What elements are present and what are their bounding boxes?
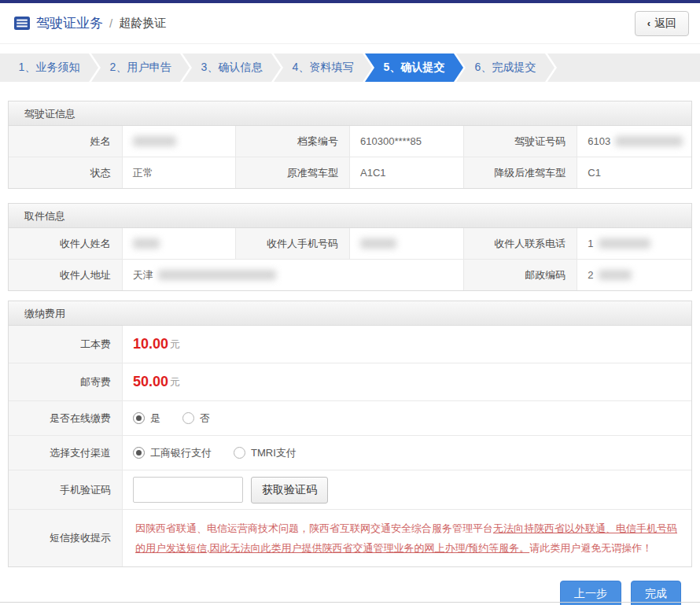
- step-3-confirm-info[interactable]: 3、确认信息: [182, 53, 281, 82]
- step-label: 6、完成提交: [475, 61, 536, 75]
- status-label: 状态: [9, 157, 123, 188]
- table-row: 工本费 10.00 元: [9, 326, 691, 363]
- step-6-complete-submit[interactable]: 6、完成提交: [456, 53, 554, 82]
- table-row: 是否在线缴费 是 否: [9, 401, 691, 436]
- step-1-business-notes[interactable]: 1、业务须知: [0, 53, 98, 82]
- postcode-prefix: 2: [588, 269, 593, 281]
- recipient-name-label: 收件人姓名: [9, 228, 123, 259]
- postage-fee-unit: 元: [170, 375, 180, 389]
- redacted-value: [133, 136, 176, 146]
- name-label: 姓名: [9, 126, 123, 157]
- recipient-mobile-value: [350, 228, 464, 259]
- table-row: 收件人姓名 收件人手机号码 收件人联系电话 1: [9, 228, 691, 260]
- postage-fee-label: 邮寄费: [9, 363, 123, 400]
- radio-selected-icon[interactable]: [133, 412, 145, 424]
- orig-class-label: 原准驾车型: [236, 157, 350, 188]
- progress-steps: 1、业务须知 2、用户申告 3、确认信息 4、资料填写 5、确认提交 6、完成提…: [0, 53, 700, 82]
- address-prefix: 天津: [133, 268, 153, 282]
- captcha-input[interactable]: [133, 477, 243, 503]
- online-pay-label: 是否在线缴费: [9, 401, 123, 435]
- recipient-phone-label: 收件人联系电话: [464, 228, 578, 259]
- steps-filler: [547, 53, 700, 82]
- list-icon: [14, 17, 30, 30]
- radio-unselected-icon[interactable]: [182, 412, 194, 424]
- pickup-section-title: 取件信息: [9, 204, 691, 228]
- table-row: 收件人地址 天津 邮政编码 2: [9, 260, 691, 290]
- pay-channel-options: 工商银行支付 TMRI支付: [123, 436, 691, 470]
- work-fee-label: 工本费: [9, 326, 123, 363]
- recipient-mobile-label: 收件人手机号码: [236, 228, 350, 259]
- redacted-value: [599, 270, 632, 280]
- table-row: 姓名 档案编号 610300****85 驾驶证号码 6103: [9, 126, 691, 157]
- work-fee-amount: 10.00: [133, 336, 168, 352]
- license-section-title: 驾驶证信息: [9, 101, 691, 126]
- downgrade-class-label: 降级后准驾车型: [464, 157, 578, 188]
- step-4-fill-data[interactable]: 4、资料填写: [274, 53, 372, 82]
- postage-fee-value: 50.00 元: [123, 363, 691, 400]
- sms-notice-value: 因陕西省联通、电信运营商技术问题，陕西省互联网交通安全综合服务管理平台无法向持陕…: [123, 510, 691, 566]
- step-label: 5、确认提交: [384, 61, 445, 75]
- step-label: 1、业务须知: [19, 61, 80, 75]
- license-no-label: 驾驶证号码: [464, 126, 578, 157]
- online-pay-options: 是 否: [123, 401, 691, 435]
- table-row: 状态 正常 原准驾车型 A1C1 降级后准驾车型 C1: [9, 157, 691, 188]
- pay-channel-label: 选择支付渠道: [9, 436, 123, 470]
- sms-notice-part1: 因陕西省联通、电信运营商技术问题，陕西省互联网交通安全综合服务管理平台: [135, 522, 493, 534]
- page-bottom-divider: [0, 602, 700, 603]
- downgrade-class-value: C1: [577, 157, 691, 188]
- pickup-info-section: 取件信息 收件人姓名 收件人手机号码 收件人联系电话 1 收件人地址 天津 邮政…: [8, 203, 692, 291]
- redacted-value: [615, 136, 683, 146]
- redacted-value: [133, 238, 160, 249]
- radio-selected-icon[interactable]: [133, 447, 145, 459]
- breadcrumb-current: 超龄换证: [119, 16, 166, 31]
- table-row: 选择支付渠道 工商银行支付 TMRI支付: [9, 436, 691, 470]
- postcode-value: 2: [577, 260, 691, 290]
- payment-section-title: 缴纳费用: [9, 301, 691, 326]
- redacted-value: [360, 238, 396, 249]
- orig-class-value: A1C1: [350, 157, 464, 188]
- back-button[interactable]: ‹ 返回: [635, 11, 689, 36]
- recipient-phone-value: 1: [577, 228, 691, 259]
- license-no-value: 6103: [577, 126, 691, 157]
- table-row: 短信接收提示 因陕西省联通、电信运营商技术问题，陕西省互联网交通安全综合服务管理…: [9, 510, 691, 566]
- table-row: 手机验证码 获取验证码: [9, 470, 691, 510]
- name-value: [123, 126, 237, 157]
- step-5-confirm-submit-active[interactable]: 5、确认提交: [365, 53, 463, 82]
- postcode-label: 邮政编码: [464, 260, 578, 290]
- address-value: 天津: [123, 260, 464, 290]
- captcha-label: 手机验证码: [9, 470, 123, 509]
- step-label: 2、用户申告: [110, 61, 171, 75]
- sms-notice-label: 短信接收提示: [9, 510, 123, 566]
- step-2-user-declaration[interactable]: 2、用户申告: [91, 53, 190, 82]
- radio-online-no[interactable]: 否: [182, 411, 210, 426]
- radio-unselected-icon[interactable]: [234, 447, 245, 459]
- sms-notice-part3: 请此类用户避免无谓操作！: [529, 542, 652, 554]
- redacted-value: [158, 270, 276, 280]
- redacted-value: [599, 238, 650, 249]
- step-label: 3、确认信息: [201, 61, 263, 75]
- work-fee-unit: 元: [170, 338, 180, 352]
- recipient-name-value: [123, 228, 237, 259]
- chevron-left-icon: ‹: [647, 17, 650, 29]
- payment-section: 缴纳费用 工本费 10.00 元 邮寄费 50.00 元 是否在线缴费 是 否 …: [8, 301, 692, 567]
- radio-channel-icbc-label: 工商银行支付: [150, 446, 212, 460]
- phone-prefix: 1: [588, 238, 593, 249]
- step-label: 4、资料填写: [293, 61, 354, 75]
- radio-channel-tmri[interactable]: TMRI支付: [234, 446, 297, 460]
- radio-online-no-label: 否: [200, 411, 210, 426]
- radio-channel-tmri-label: TMRI支付: [251, 446, 297, 460]
- address-label: 收件人地址: [9, 260, 123, 290]
- work-fee-value: 10.00 元: [123, 326, 691, 363]
- sms-notice-text: 因陕西省联通、电信运营商技术问题，陕西省互联网交通安全综合服务管理平台无法向持陕…: [135, 518, 679, 558]
- back-button-label: 返回: [654, 17, 676, 31]
- radio-online-yes[interactable]: 是: [133, 411, 160, 426]
- radio-online-yes-label: 是: [150, 411, 160, 426]
- postage-fee-amount: 50.00: [133, 374, 168, 390]
- get-captcha-button[interactable]: 获取验证码: [251, 477, 328, 504]
- radio-channel-icbc[interactable]: 工商银行支付: [133, 446, 212, 460]
- captcha-field-group: 获取验证码: [123, 470, 691, 509]
- status-value: 正常: [123, 157, 237, 188]
- breadcrumb: 驾驶证业务 / 超龄换证: [14, 14, 166, 32]
- file-no-value: 610300****85: [350, 126, 464, 157]
- breadcrumb-separator: /: [109, 17, 112, 30]
